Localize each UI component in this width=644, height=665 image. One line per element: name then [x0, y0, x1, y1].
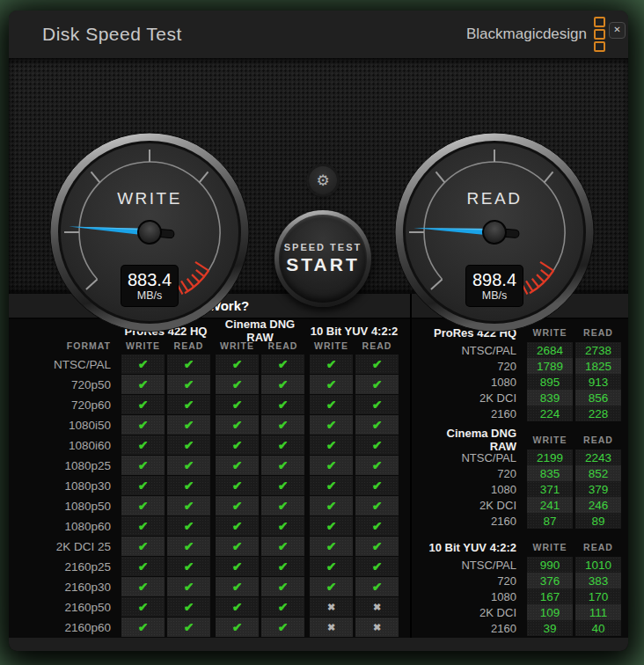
check-icon: ✔: [167, 557, 210, 576]
check-icon: ✔: [216, 395, 259, 414]
table-row: 720 835 852: [424, 465, 621, 481]
check-icon: ✔: [310, 395, 353, 414]
how-fast-panel: How Fast? ProRes 422 HQ WRITE READ NTSC/…: [412, 294, 628, 638]
check-icon: ✔: [261, 435, 304, 455]
table-row: 720 376 383: [424, 573, 621, 588]
write-speed-cell: 109: [527, 604, 573, 620]
table-row: 2K DCI 109 111: [424, 604, 621, 620]
format-column-header: FORMAT: [9, 340, 121, 351]
table-row: NTSC/PAL 2684 2738: [424, 342, 621, 358]
check-icon: ✔: [310, 577, 353, 596]
write-speed-cell: 371: [527, 481, 573, 497]
table-row: 720p60 ✔✔✔✔✔✔: [9, 395, 406, 414]
format-label: 2160: [424, 515, 527, 528]
table-row: 1080p50 ✔✔✔✔✔✔: [9, 496, 406, 515]
format-label: 720: [424, 574, 527, 588]
table-row: 1080p25 ✔✔✔✔✔✔: [9, 456, 406, 475]
check-icon: ✔: [216, 496, 259, 515]
read-speed-cell: 1825: [575, 358, 621, 374]
check-icon: ✔: [216, 597, 259, 617]
check-icon: ✔: [261, 456, 304, 475]
format-label: 2160p30: [9, 581, 121, 594]
write-column-header: WRITE: [527, 542, 573, 552]
check-icon: ✔: [216, 456, 259, 475]
table-row: 2160 39 40: [424, 620, 621, 636]
write-speed-cell: 839: [527, 390, 573, 406]
format-label: NTSC/PAL: [424, 559, 527, 572]
write-speed-cell: 167: [527, 588, 573, 604]
table-row: 2K DCI 839 856: [424, 390, 621, 406]
table-row: NTSC/PAL 2199 2243: [424, 449, 621, 465]
codec-section-rows: NTSC/PAL 990 1010 720 376 383 1080 167 1…: [424, 557, 621, 636]
check-icon: ✔: [216, 435, 259, 455]
check-icon: ✔: [261, 537, 304, 556]
check-icon: ✔: [261, 516, 304, 536]
table-row: 2160p30 ✔✔✔✔✔✔: [9, 577, 406, 596]
table-row: 1080 167 170: [424, 588, 621, 604]
read-speed-value: 898.4: [472, 270, 516, 289]
check-icon: ✔: [167, 516, 210, 536]
write-column-header: WRITE: [527, 435, 573, 445]
format-label: 1080: [424, 376, 527, 389]
format-label: 1080: [424, 483, 527, 496]
codec-section: Cinema DNG RAW WRITE READ NTSC/PAL 2199 …: [424, 430, 621, 529]
check-icon: ✔: [261, 415, 304, 435]
check-icon: ✔: [121, 557, 165, 576]
check-icon: ✔: [216, 476, 259, 495]
write-speed-cell: 2684: [527, 342, 573, 358]
sub-column-header: READ: [261, 340, 304, 351]
wiw-rows: NTSC/PAL ✔✔✔✔✔✔ 720p50 ✔✔✔✔✔✔ 720p60 ✔✔✔…: [9, 354, 406, 637]
table-row: 2160p60 ✔✔✔✔✖✖: [9, 618, 406, 637]
settings-button[interactable]: ⚙: [309, 166, 337, 194]
check-icon: ✔: [216, 516, 259, 536]
check-icon: ✔: [310, 537, 353, 556]
write-gauge: WRITE 883.4 MB/s: [48, 131, 251, 333]
start-button[interactable]: SPEED TEST START: [274, 210, 371, 307]
check-icon: ✔: [167, 537, 210, 556]
read-speed-cell: 1010: [575, 557, 621, 573]
check-icon: ✔: [310, 516, 353, 536]
how-fast-table: ProRes 422 HQ WRITE READ NTSC/PAL 2684 2…: [412, 319, 628, 636]
check-icon: ✔: [355, 456, 399, 475]
check-icon: ✔: [261, 618, 304, 637]
format-label: 2K DCI 25: [9, 540, 121, 553]
table-row: 1080i60 ✔✔✔✔✔✔: [9, 435, 406, 455]
check-icon: ✔: [310, 496, 353, 515]
read-speed-cell: 2738: [575, 342, 621, 358]
read-speed-cell: 913: [575, 374, 621, 390]
format-label: 720: [424, 467, 527, 480]
write-gauge-label: WRITE: [48, 189, 251, 208]
check-icon: ✔: [261, 476, 304, 495]
start-button-label: START: [286, 254, 359, 275]
app-title: Disk Speed Test: [42, 24, 182, 45]
check-icon: ✔: [310, 415, 353, 435]
cross-icon: ✖: [355, 618, 399, 637]
write-speed-cell: 895: [527, 374, 573, 390]
check-icon: ✔: [310, 557, 353, 576]
read-speed-unit: MB/s: [482, 289, 507, 302]
table-row: 1080 895 913: [424, 374, 621, 390]
table-row: 1080 371 379: [424, 481, 621, 497]
write-speed-cell: 87: [527, 513, 573, 529]
start-button-subtitle: SPEED TEST: [284, 242, 362, 252]
cross-icon: ✖: [310, 618, 353, 637]
check-icon: ✔: [167, 354, 210, 374]
codec-section: 10 Bit YUV 4:2:2 WRITE READ NTSC/PAL 990…: [424, 537, 621, 636]
read-gauge-label: READ: [393, 189, 596, 208]
check-icon: ✔: [310, 476, 353, 495]
table-row: 1080p30 ✔✔✔✔✔✔: [9, 476, 406, 495]
format-label: 1080i50: [9, 419, 121, 432]
check-icon: ✔: [121, 375, 165, 394]
check-icon: ✔: [261, 577, 304, 596]
sub-column-header: READ: [167, 340, 210, 351]
write-speed-cell: 224: [527, 406, 573, 421]
codec-section-header: 10 Bit YUV 4:2:2 WRITE READ: [424, 537, 621, 557]
read-speed-cell: 383: [575, 573, 621, 588]
check-icon: ✔: [216, 354, 259, 374]
close-button[interactable]: ✕: [609, 22, 626, 39]
format-label: 1080: [424, 590, 527, 603]
check-icon: ✔: [310, 435, 353, 455]
write-speed-cell: 376: [527, 573, 573, 588]
sub-column-header: READ: [355, 340, 399, 351]
format-label: 2K DCI: [424, 499, 527, 512]
